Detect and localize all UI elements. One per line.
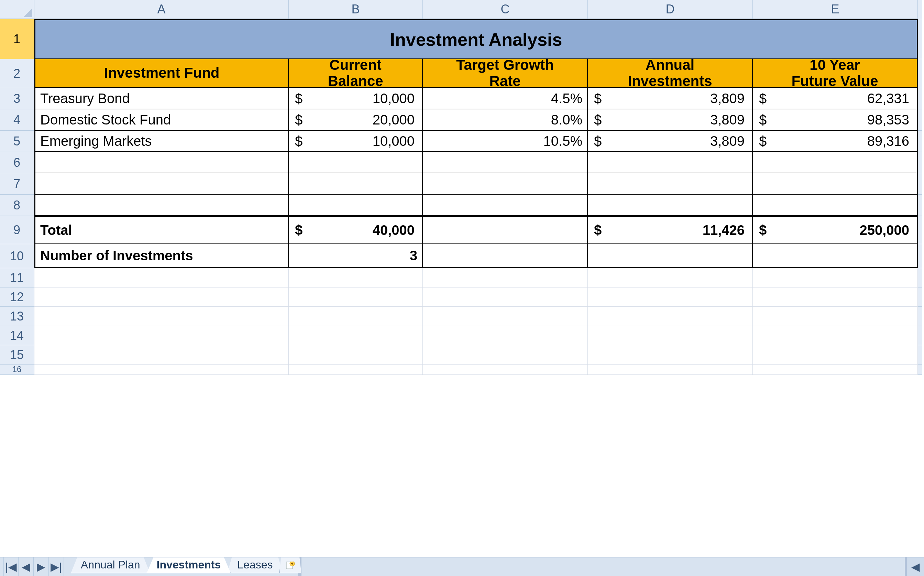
header-investment-fund[interactable]: Investment Fund [34,59,289,88]
cell-C3[interactable]: 4.5% [423,88,588,109]
cell-B3[interactable]: $10,000 [289,88,423,109]
col-header-C[interactable]: C [423,0,588,19]
cell-D13[interactable] [588,307,753,326]
cell-B10[interactable]: 3 [289,244,423,268]
cell-C7[interactable] [423,173,588,195]
select-all-corner[interactable] [0,0,34,19]
cell-A10-numinv[interactable]: Number of Investments [34,244,289,268]
col-header-E[interactable]: E [753,0,918,19]
cell-A14[interactable] [34,326,289,345]
row-header-11[interactable]: 11 [0,268,34,288]
cell-B5[interactable]: $10,000 [289,131,423,152]
cell-A15[interactable] [34,345,289,365]
cell-A16[interactable] [34,365,289,375]
row-header-13[interactable]: 13 [0,307,34,326]
cell-B13[interactable] [289,307,423,326]
cell-D6[interactable] [588,152,753,173]
cell-D16[interactable] [588,365,753,375]
cell-A5[interactable]: Emerging Markets [34,131,289,152]
cell-D8[interactable] [588,195,753,216]
row-header-6[interactable]: 6 [0,152,34,173]
cell-C6[interactable] [423,152,588,173]
cell-D9[interactable]: $11,426 [588,216,753,244]
grid[interactable]: A B C D E 1 Investment Analysis 2 Invest… [0,0,924,375]
tab-investments[interactable]: Investments [147,557,231,573]
row-header-10[interactable]: 10 [0,244,34,268]
cell-E9[interactable]: $250,000 [753,216,918,244]
cell-B9[interactable]: $40,000 [289,216,423,244]
row-header-14[interactable]: 14 [0,326,34,345]
row-header-16[interactable]: 16 [0,365,34,375]
cell-E12[interactable] [753,288,918,307]
tab-nav-prev[interactable]: ◀ [19,557,34,576]
cell-C10[interactable] [423,244,588,268]
cell-B4[interactable]: $20,000 [289,109,423,131]
title-cell[interactable]: Investment Analysis [34,19,918,59]
hscroll-left-button[interactable]: ◀ [905,557,924,576]
tab-new-sheet[interactable] [279,557,302,573]
cell-E16[interactable] [753,365,918,375]
tab-nav-next[interactable]: ▶ [34,557,49,576]
cell-B7[interactable] [289,173,423,195]
cell-B16[interactable] [289,365,423,375]
cell-B14[interactable] [289,326,423,345]
cell-A9-total[interactable]: Total [34,216,289,244]
tab-leases[interactable]: Leases [227,557,282,573]
cell-A11[interactable] [34,268,289,288]
cell-E11[interactable] [753,268,918,288]
cell-A4[interactable]: Domestic Stock Fund [34,109,289,131]
cell-B12[interactable] [289,288,423,307]
cell-D4[interactable]: $3,809 [588,109,753,131]
header-annual-investments[interactable]: Annual Investments [588,59,753,88]
cell-C9[interactable] [423,216,588,244]
cell-E6[interactable] [753,152,918,173]
cell-B6[interactable] [289,152,423,173]
cell-B15[interactable] [289,345,423,365]
cell-D3[interactable]: $3,809 [588,88,753,109]
cell-A13[interactable] [34,307,289,326]
col-header-D[interactable]: D [588,0,753,19]
cell-D10[interactable] [588,244,753,268]
row-header-3[interactable]: 3 [0,88,34,109]
cell-E10[interactable] [753,244,918,268]
row-header-15[interactable]: 15 [0,345,34,365]
row-header-7[interactable]: 7 [0,173,34,195]
cell-C5[interactable]: 10.5% [423,131,588,152]
row-header-8[interactable]: 8 [0,195,34,216]
cell-B8[interactable] [289,195,423,216]
cell-E14[interactable] [753,326,918,345]
tab-annual-plan[interactable]: Annual Plan [71,557,150,573]
cell-A12[interactable] [34,288,289,307]
cell-A3[interactable]: Treasury Bond [34,88,289,109]
row-header-4[interactable]: 4 [0,109,34,131]
cell-E13[interactable] [753,307,918,326]
cell-C4[interactable]: 8.0% [423,109,588,131]
cell-E7[interactable] [753,173,918,195]
cell-C12[interactable] [423,288,588,307]
cell-E5[interactable]: $89,316 [753,131,918,152]
row-header-1[interactable]: 1 [0,19,34,59]
cell-E3[interactable]: $62,331 [753,88,918,109]
cell-A7[interactable] [34,173,289,195]
row-header-9[interactable]: 9 [0,216,34,244]
header-future-value[interactable]: 10 Year Future Value [753,59,918,88]
cell-B11[interactable] [289,268,423,288]
row-header-5[interactable]: 5 [0,131,34,152]
cell-C13[interactable] [423,307,588,326]
cell-A8[interactable] [34,195,289,216]
tab-nav-last[interactable]: ▶| [49,557,64,576]
cell-C14[interactable] [423,326,588,345]
cell-C11[interactable] [423,268,588,288]
col-header-A[interactable]: A [34,0,289,19]
cell-D11[interactable] [588,268,753,288]
tab-nav-first[interactable]: |◀ [3,557,19,576]
header-target-growth-rate[interactable]: Target Growth Rate [423,59,588,88]
cell-D14[interactable] [588,326,753,345]
header-current-balance[interactable]: Current Balance [289,59,423,88]
cell-E4[interactable]: $98,353 [753,109,918,131]
cell-A6[interactable] [34,152,289,173]
cell-D12[interactable] [588,288,753,307]
cell-D5[interactable]: $3,809 [588,131,753,152]
cell-C8[interactable] [423,195,588,216]
col-header-B[interactable]: B [289,0,423,19]
